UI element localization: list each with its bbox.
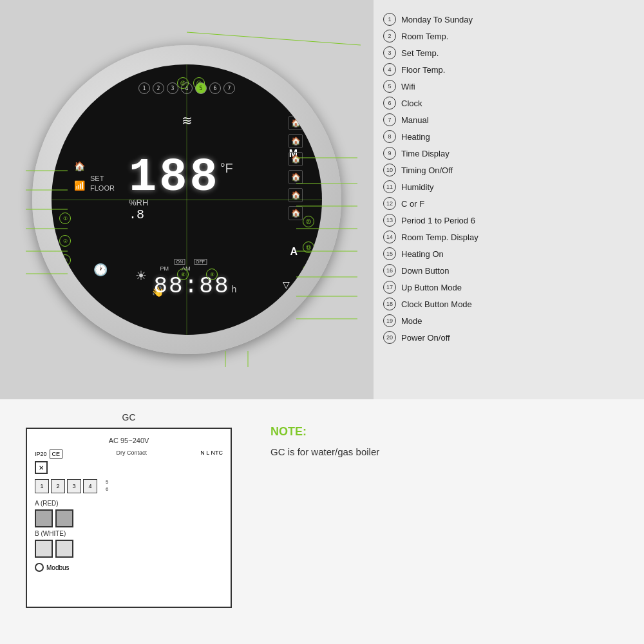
dot-4: ④ — [59, 274, 71, 285]
legend-text-14: Room Temp. Display — [401, 232, 478, 242]
legend-item-4: 4 Floor Temp. — [383, 63, 634, 76]
legend-text-3: Set Temp. — [401, 48, 439, 58]
wire-b1 — [35, 540, 53, 558]
dry-contact-label: Dry Contact — [116, 450, 147, 456]
day-2: 2 — [153, 82, 164, 94]
legend-item-2: 2 Room Temp. — [383, 30, 634, 43]
thermostat-area: 1 2 3 4 5 6 7 ≋ ⏻ M A ▽ — [0, 0, 374, 399]
wire-a1 — [35, 509, 53, 527]
mode-icon-5: 🏠 — [289, 188, 303, 202]
legend-num-17: 17 — [383, 281, 396, 294]
legend-text-17: Up Button Mode — [401, 283, 462, 292]
dot-2: ② — [59, 235, 71, 247]
legend-num-14: 14 — [383, 231, 396, 243]
day-7: 7 — [223, 82, 235, 94]
day-6: 6 — [209, 82, 221, 94]
terminal-4: 4 — [83, 479, 97, 493]
power-button[interactable]: ⏻ — [275, 87, 287, 100]
b-white-label: B (WHITE) — [35, 530, 223, 537]
legend-text-6: Clock — [401, 99, 422, 108]
mode-icon-1: 🏠 — [289, 116, 303, 130]
wire-block-b — [35, 540, 223, 558]
a-button[interactable]: A — [290, 246, 298, 258]
legend-num-10: 10 — [383, 164, 396, 176]
dot-14: ⑭ — [193, 77, 205, 89]
wiring-box: AC 95~240V IP20 CE ✕ Dry Contact N L NTC — [26, 428, 232, 608]
humidity-value: .8 — [129, 207, 233, 222]
legend-item-5: 5 Wifi — [383, 80, 634, 93]
legend-text-8: Heating — [401, 132, 430, 142]
wire-b2 — [55, 540, 73, 558]
down-arrow-button[interactable]: ▽ — [283, 279, 290, 290]
legend-num-8: 8 — [383, 130, 396, 143]
legend-num-11: 11 — [383, 180, 396, 193]
dot-8: ⑧ — [177, 269, 189, 280]
spacer — [153, 259, 165, 265]
ntc-terminals: 5 6 — [106, 479, 108, 493]
legend-text-9: Time Display — [401, 149, 450, 158]
on-label: ON — [174, 259, 185, 265]
legend-item-19: 19 Mode — [383, 314, 634, 327]
legend-text-2: Room Temp. — [401, 32, 448, 41]
ce-mark: CE — [50, 450, 63, 459]
legend-text-1: Monday To Sunday — [401, 15, 473, 24]
legend-num-4: 4 — [383, 63, 396, 76]
time-digits: 88:88 — [153, 273, 229, 299]
legend-num-9: 9 — [383, 147, 396, 160]
dot-1: ① — [59, 213, 71, 224]
mode-icon-6: 🏠 — [289, 206, 303, 220]
legend-num-2: 2 — [383, 30, 396, 43]
voltage-label: AC 95~240V — [35, 437, 223, 444]
legend-text-19: Mode — [401, 316, 422, 326]
legend-text-13: Period 1 to Period 6 — [401, 216, 475, 225]
legend-text-4: Floor Temp. — [401, 65, 445, 75]
top-section: 1 2 3 4 5 6 7 ≋ ⏻ M A ▽ — [0, 0, 644, 399]
dot-12: ⑫ — [303, 287, 314, 298]
legend-area: 1 Monday To Sunday 2 Room Temp. 3 Set Te… — [374, 0, 644, 399]
home-icon: 🏠 — [74, 161, 85, 171]
legend-num-7: 7 — [383, 113, 396, 126]
legend-text-20: Power On/off — [401, 333, 450, 343]
legend-item-13: 13 Period 1 to Period 6 — [383, 214, 634, 227]
modbus-label: Modbus — [46, 564, 70, 571]
recycle-box: ✕ — [35, 461, 48, 474]
clock-icon: 🕐 — [93, 263, 108, 277]
legend-text-15: Heating On — [401, 249, 444, 259]
wifi-icon: 📶 — [74, 180, 85, 191]
legend-num-19: 19 — [383, 314, 396, 327]
note-text: GC is for water/gas boiler — [270, 446, 379, 457]
legend-num-1: 1 — [383, 13, 396, 26]
wire-a2 — [55, 509, 73, 527]
legend-item-14: 14 Room Temp. Display — [383, 231, 634, 243]
legend-text-7: Manual — [401, 115, 429, 125]
legend-num-15: 15 — [383, 247, 396, 260]
time-display-area: ON OFF PM AM 88:88h — [153, 259, 236, 299]
legend-item-18: 18 Clock Button Mode — [383, 298, 634, 310]
sun-icon: ☀ — [135, 268, 147, 283]
day-1: 1 — [138, 82, 150, 94]
legend-num-6: 6 — [383, 97, 396, 109]
bottom-section: GC AC 95~240V IP20 CE ✕ Dry Contact N L … — [0, 399, 644, 644]
dot-9: ⑨ — [206, 269, 218, 280]
legend-item-8: 8 Heating — [383, 130, 634, 143]
terminal-block: 1 2 3 4 5 6 — [35, 479, 223, 493]
ip20-label: IP20 — [35, 451, 47, 457]
set-floor-labels: SET FLOOR — [90, 174, 115, 194]
dot-11: ⑪ — [303, 309, 314, 321]
time-h-suffix: h — [232, 284, 237, 294]
nlntc-area: N L NTC — [200, 450, 223, 456]
am-pm-labels: PM AM — [160, 265, 236, 272]
dot-15: ⑮ — [177, 77, 189, 89]
mode-icon-3: 🏠 — [289, 152, 303, 166]
dot-5: ⑤ — [59, 293, 71, 305]
legend-item-20: 20 Power On/off — [383, 331, 634, 344]
legend-num-13: 13 — [383, 214, 396, 227]
note-section: NOTE: GC is for water/gas boiler — [270, 412, 379, 457]
set-label: SET — [90, 174, 115, 184]
legend-item-17: 17 Up Button Mode — [383, 281, 634, 294]
dot-13: ⑬ — [303, 242, 314, 253]
legend-num-3: 3 — [383, 46, 396, 59]
flame-icon: ≋ — [182, 113, 193, 128]
pm-label: PM — [160, 265, 169, 272]
wire-area: A (RED) B (WHITE) — [35, 500, 223, 558]
